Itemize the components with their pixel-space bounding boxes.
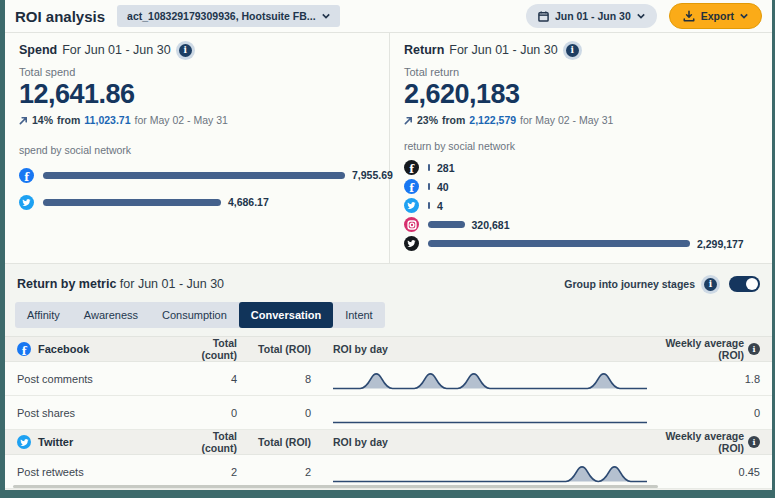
section-period: for Jun 01 - Jun 30 xyxy=(120,277,224,291)
export-button[interactable]: Export xyxy=(669,3,762,29)
return-delta-pct: 23% xyxy=(417,114,438,126)
spend-delta-from: from xyxy=(57,114,80,126)
col-roi-by-day: ROI by day xyxy=(333,436,651,448)
tab-awareness[interactable]: Awareness xyxy=(72,302,150,328)
twitter-icon xyxy=(19,195,34,210)
tab-affinity[interactable]: Affinity xyxy=(15,302,72,328)
return-delta-period: for May 02 - May 31 xyxy=(520,114,613,126)
twitter-dark-icon xyxy=(404,236,419,251)
col-total-roi: Total (ROI) xyxy=(237,343,311,355)
twitter-return-bar xyxy=(428,202,430,209)
tab-intent[interactable]: Intent xyxy=(333,302,385,328)
section-title: Return by metric xyxy=(17,277,116,291)
group-header-twitter: Twitter Total (count) Total (ROI) ROI by… xyxy=(5,430,772,455)
weekly-average-value: 1.8 xyxy=(651,373,760,385)
chevron-down-icon xyxy=(322,12,330,20)
bar-row: f 7,955.69 xyxy=(19,167,375,183)
account-selector-label: act_108329179309936, Hootsuite FB... xyxy=(127,10,316,22)
bar-row: f 40 xyxy=(404,179,758,194)
spend-delta-pct: 14% xyxy=(32,114,53,126)
total-roi-value: 8 xyxy=(237,373,311,385)
spend-prev-value-link[interactable]: 11,023.71 xyxy=(84,114,130,126)
info-icon[interactable]: i xyxy=(704,278,717,291)
date-range-picker[interactable]: Jun 01 - Jun 30 xyxy=(526,4,657,28)
table-row: Post shares 0 0 0 xyxy=(5,396,772,430)
bar-value: 281 xyxy=(437,162,455,174)
return-by-metric-table: f Facebook Total (count) Total (ROI) ROI… xyxy=(5,336,772,498)
chevron-down-icon xyxy=(637,12,645,20)
group-name: f Facebook xyxy=(17,342,185,356)
info-icon[interactable]: i xyxy=(566,44,579,57)
col-total-count: Total (count) xyxy=(185,337,237,361)
horizontal-scrollbar[interactable] xyxy=(13,485,658,488)
export-button-label: Export xyxy=(701,10,734,22)
group-name: Instagram Business xyxy=(17,494,185,498)
total-spend-label: Total spend xyxy=(19,66,375,78)
weekly-average-value: 0 xyxy=(651,407,760,419)
col-weekly-average: Weekly average (ROI) i xyxy=(651,337,760,361)
bar-value: 2,299,177 xyxy=(697,238,744,250)
account-selector[interactable]: act_108329179309936, Hootsuite FB... xyxy=(117,5,340,27)
group-name-label: Facebook xyxy=(38,343,89,355)
return-delta: 23% from 2,122,579 for May 02 - May 31 xyxy=(404,114,758,126)
total-count-value: 2 xyxy=(185,466,237,478)
col-weekly-average-label: Weekly average (ROI) xyxy=(651,337,744,361)
page-title: ROI analysis xyxy=(15,8,105,25)
spend-title: Spend xyxy=(19,43,57,57)
spend-chart-label: spend by social network xyxy=(19,144,375,156)
return-by-network-chart: f 281 f 40 4 320,681 xyxy=(404,160,758,251)
spend-delta: 14% from 11,023.71 for May 02 - May 31 xyxy=(19,114,375,126)
bar-row: 4,686.17 xyxy=(19,194,375,210)
journey-stage-tabs: Affinity Awareness Consumption Conversat… xyxy=(5,292,772,336)
table-row: Post comments 4 8 1.8 xyxy=(5,362,772,396)
instagram-return-bar xyxy=(428,221,465,228)
spend-card: Spend For Jun 01 - Jun 30 i Total spend … xyxy=(5,33,390,263)
return-by-metric-header: Return by metric for Jun 01 - Jun 30 Gro… xyxy=(5,264,772,292)
facebook-dark-icon: f xyxy=(404,160,419,175)
total-count-value: 4 xyxy=(185,373,237,385)
return-prev-value-link[interactable]: 2,122,579 xyxy=(469,114,516,126)
bar-value: 4,686.17 xyxy=(228,196,269,208)
spend-by-network-chart: f 7,955.69 4,686.17 xyxy=(19,167,375,210)
bar-row: f 281 xyxy=(404,160,758,175)
table-row: Post retweets 2 2 0.45 xyxy=(5,455,772,489)
col-total-roi: Total (ROI) xyxy=(237,436,311,448)
group-header-facebook: f Facebook Total (count) Total (ROI) ROI… xyxy=(5,337,772,362)
metric-label: Post comments xyxy=(17,373,185,385)
return-card: Return For Jun 01 - Jun 30 i Total retur… xyxy=(390,33,772,263)
metric-label: Post shares xyxy=(17,407,185,419)
group-header-instagram-business: Instagram Business Total (count) Total (… xyxy=(5,489,772,498)
col-total-count: Total (count) xyxy=(185,489,237,498)
total-spend-value: 12,641.86 xyxy=(19,79,375,110)
roi-by-day-sparkline xyxy=(333,366,651,392)
journey-stages-toggle-label: Group into journey stages xyxy=(564,278,695,290)
download-icon xyxy=(683,10,695,22)
tab-consumption[interactable]: Consumption xyxy=(150,302,239,328)
app-window: ROI analysis act_108329179309936, Hootsu… xyxy=(0,0,775,498)
bar-row: 320,681 xyxy=(404,217,758,232)
facebook-icon: f xyxy=(17,342,31,356)
journey-stages-toggle[interactable] xyxy=(729,276,760,292)
col-weekly-average-label: Weekly average (ROI) xyxy=(651,430,744,454)
bar-value: 320,681 xyxy=(472,219,510,231)
trend-up-icon xyxy=(404,116,413,125)
facebook-return-bar xyxy=(428,183,430,190)
twitter-dark-return-bar xyxy=(428,240,690,247)
spend-card-title: Spend For Jun 01 - Jun 30 i xyxy=(19,43,375,57)
info-icon[interactable]: i xyxy=(179,44,192,57)
twitter-icon xyxy=(17,435,31,449)
date-range-label: Jun 01 - Jun 30 xyxy=(555,10,631,22)
spend-delta-period: for May 02 - May 31 xyxy=(135,114,228,126)
info-icon[interactable]: i xyxy=(748,436,760,448)
return-by-metric-title: Return by metric for Jun 01 - Jun 30 xyxy=(17,277,224,291)
roi-by-day-sparkline xyxy=(333,459,651,485)
info-icon[interactable]: i xyxy=(748,343,760,355)
tab-conversation[interactable]: Conversation xyxy=(239,302,333,328)
weekly-average-value: 0.45 xyxy=(651,466,760,478)
bar-value: 7,955.69 xyxy=(352,169,393,181)
metric-label: Post retweets xyxy=(17,466,185,478)
group-name-label: Twitter xyxy=(38,436,73,448)
total-return-value: 2,620,183 xyxy=(404,79,758,110)
group-name: Twitter xyxy=(17,435,185,449)
bar-value: 40 xyxy=(437,181,449,193)
